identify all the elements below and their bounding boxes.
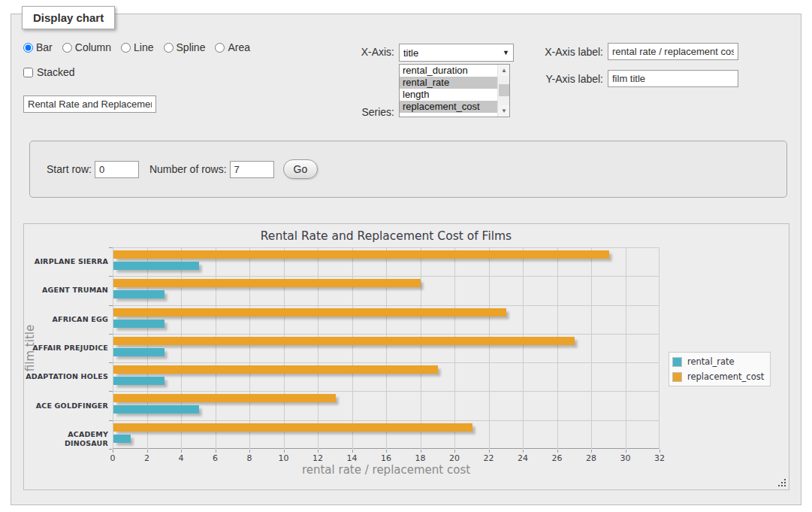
x-tick-label: 28 <box>580 453 602 463</box>
gridline-vertical <box>318 247 318 449</box>
scroll-down-icon[interactable]: ▼ <box>498 105 510 117</box>
x-tick-label: 24 <box>512 453 534 463</box>
number-of-rows-label: Number of rows: <box>149 163 227 175</box>
series-listbox[interactable]: rental_duration rental_rate length repla… <box>399 64 510 117</box>
legend-item: rental_rate <box>672 356 764 368</box>
gridline-vertical <box>352 247 353 449</box>
chart-type-option-area[interactable]: Area <box>215 41 250 53</box>
column-radio[interactable] <box>62 43 72 53</box>
spline-radio[interactable] <box>164 43 174 53</box>
bar-replacement_cost <box>113 423 472 432</box>
bar-replacement_cost <box>113 279 421 287</box>
gridline-horizontal <box>113 362 660 363</box>
area-radio-label: Area <box>228 41 250 53</box>
y-tick-mark <box>109 362 113 363</box>
chart-type-option-line[interactable]: Line <box>121 41 153 53</box>
x-tick-mark <box>557 450 558 453</box>
y-tick-mark <box>109 391 113 392</box>
gridline-vertical <box>557 247 558 449</box>
chart-type-option-spline[interactable]: Spline <box>164 41 206 53</box>
x-tick-label: 14 <box>341 453 364 463</box>
scroll-up-icon[interactable]: ▲ <box>498 65 510 76</box>
line-radio[interactable] <box>121 43 131 53</box>
gridline-horizontal <box>113 334 660 335</box>
bar-rental_rate <box>113 435 131 443</box>
stacked-checkbox-row[interactable]: Stacked <box>23 66 75 78</box>
bar-replacement_cost <box>113 394 336 402</box>
x-tick-mark <box>352 450 353 453</box>
bar-rental_rate <box>113 320 165 328</box>
y-tick-mark <box>109 334 113 335</box>
gridline-vertical <box>181 247 182 449</box>
gridline-vertical <box>489 247 490 449</box>
spline-radio-label: Spline <box>177 41 206 53</box>
x-tick-mark <box>626 450 626 453</box>
x-tick-mark <box>454 450 455 453</box>
x-tick-mark <box>216 450 216 453</box>
series-option-length[interactable]: length <box>400 89 509 101</box>
line-radio-label: Line <box>134 41 153 53</box>
x-tick-mark <box>181 450 182 453</box>
display-chart-fieldset: Display chart Bar Column Line Spline Are… <box>11 14 801 505</box>
x-tick-label: 6 <box>204 453 227 463</box>
y-axis-label-input[interactable] <box>608 70 738 87</box>
gridline-vertical <box>216 247 216 449</box>
fieldset-legend: Display chart <box>22 6 115 29</box>
y-category-label: ACE GOLDFINGER <box>26 401 108 411</box>
y-category-label: ADAPTATION HOLES <box>26 372 108 381</box>
x-axis-label-input[interactable] <box>608 43 738 60</box>
series-option-rental-duration[interactable]: rental_duration <box>400 65 509 77</box>
chart-title-input[interactable] <box>23 95 156 113</box>
y-category-label: ACADEMY DINOSAUR <box>26 430 108 448</box>
scrollbar-thumb[interactable] <box>499 84 509 96</box>
chart-type-radio-group: Bar Column Line Spline Area <box>23 41 250 53</box>
legend-item: replacement_cost <box>672 371 764 383</box>
go-button[interactable]: Go <box>283 159 318 179</box>
chart-type-option-column[interactable]: Column <box>62 41 111 53</box>
y-tick-mark <box>109 276 113 277</box>
start-row-input[interactable] <box>95 161 139 178</box>
gridline-horizontal <box>113 305 660 306</box>
x-tick-mark <box>249 450 250 453</box>
bar-rental_rate <box>113 348 165 356</box>
x-tick-mark <box>421 450 421 453</box>
gridline-vertical <box>386 247 387 449</box>
chart-legend: rental_ratereplacement_cost <box>669 352 771 386</box>
legend-label: replacement_cost <box>687 371 764 382</box>
y-axis-label-label: Y-Axis label: <box>530 73 603 85</box>
area-radio[interactable] <box>215 43 225 53</box>
bar-rental_rate <box>113 290 165 298</box>
gridline-vertical <box>626 247 626 449</box>
x-tick-mark <box>489 450 490 453</box>
y-tick-mark <box>109 449 113 450</box>
number-of-rows-input[interactable] <box>230 161 274 178</box>
gridline-horizontal <box>113 276 660 277</box>
series-option-replacement-cost[interactable]: replacement_cost <box>400 101 509 113</box>
listbox-scrollbar[interactable]: ▲ ▼ <box>497 65 509 117</box>
gridline-vertical <box>421 247 421 449</box>
gridline-vertical <box>523 247 524 449</box>
x-tick-mark <box>318 450 318 453</box>
bar-replacement_cost <box>113 308 506 317</box>
resize-grip-icon[interactable] <box>778 479 786 487</box>
y-category-label: AGENT TRUMAN <box>26 286 108 295</box>
bar-radio[interactable] <box>23 43 33 53</box>
x-tick-label: 16 <box>375 453 397 463</box>
y-category-label: AFFAIR PREJUDICE <box>26 344 108 353</box>
x-tick-label: 18 <box>409 453 432 463</box>
legend-swatch-replacement_cost <box>672 372 682 382</box>
series-option-rental-rate[interactable]: rental_rate <box>400 77 509 89</box>
chart-title: Rental Rate and Replacement Cost of Film… <box>113 229 660 243</box>
bar-replacement_cost <box>113 365 438 374</box>
legend-swatch-rental_rate <box>672 357 682 367</box>
x-tick-mark <box>591 450 592 453</box>
stacked-checkbox[interactable] <box>23 68 33 77</box>
x-tick-label: 12 <box>306 453 329 463</box>
x-axis-select[interactable]: title ▼ <box>399 44 514 62</box>
chevron-down-icon: ▼ <box>503 49 509 56</box>
chart-type-option-bar[interactable]: Bar <box>23 41 53 53</box>
legend-label: rental_rate <box>687 356 735 367</box>
bar-replacement_cost <box>113 337 575 345</box>
x-tick-label: 0 <box>101 453 124 463</box>
y-category-label: AFRICAN EGG <box>26 315 108 324</box>
